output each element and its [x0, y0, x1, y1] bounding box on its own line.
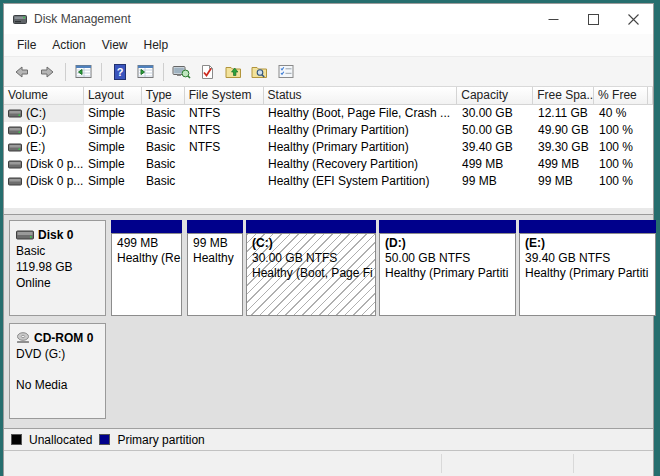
cdrom-name: CD-ROM 0 — [34, 330, 93, 346]
volume-percent-free: 100 % — [595, 156, 649, 173]
volume-status: Healthy (Primary Partition) — [264, 139, 458, 156]
volume-layout: Simple — [84, 173, 142, 190]
rescan-disks-icon[interactable] — [196, 60, 219, 83]
volume-name: (Disk 0 p... — [26, 156, 83, 173]
volume-fs — [185, 173, 264, 190]
partition-status: Healthy (Primary Partiti — [385, 266, 515, 281]
toolbar-separator — [65, 63, 66, 81]
column-header-free-space[interactable]: Free Spa... — [533, 87, 594, 105]
volume-type: Basic — [142, 139, 185, 156]
column-header-status[interactable]: Status — [264, 87, 458, 105]
cdrom-panel[interactable]: CD-ROM 0 DVD (G:) No Media — [9, 323, 106, 419]
disk-management-window: Disk Management File Action View Help — [3, 3, 654, 476]
volume-capacity: 50.00 GB — [458, 122, 534, 139]
drive-icon — [8, 177, 22, 186]
volume-row-c[interactable]: (C:) Simple Basic NTFS Healthy (Boot, Pa… — [4, 105, 653, 122]
column-header-file-system[interactable]: File System — [185, 87, 264, 105]
status-bar — [4, 451, 653, 476]
menu-bar: File Action View Help — [4, 34, 653, 56]
volume-type: Basic — [142, 105, 185, 122]
volume-free: 12.11 GB — [534, 105, 595, 122]
app-icon — [13, 13, 28, 25]
volume-layout: Simple — [84, 105, 142, 122]
volume-name: (C:) — [26, 105, 46, 122]
toolbar-separator — [101, 63, 102, 81]
volume-free: 499 MB — [534, 156, 595, 173]
cdrom-drive: DVD (G:) — [16, 346, 105, 362]
forward-icon[interactable] — [36, 60, 59, 83]
disk0-row: Disk 0 Basic 119.98 GB Online 499 MB Hea… — [4, 220, 653, 316]
column-header-layout[interactable]: Layout — [84, 87, 142, 105]
volume-name: (E:) — [26, 139, 45, 156]
unallocated-swatch — [11, 434, 22, 445]
folder-up-icon[interactable] — [222, 60, 245, 83]
disk0-panel[interactable]: Disk 0 Basic 119.98 GB Online — [9, 220, 106, 316]
volume-capacity: 499 MB — [458, 156, 534, 173]
volume-type: Basic — [142, 173, 185, 190]
column-header-percent-free[interactable]: % Free — [594, 87, 648, 105]
partition-size: 99 MB — [193, 236, 242, 251]
volume-status: Healthy (Primary Partition) — [264, 122, 458, 139]
volume-capacity: 30.00 GB — [458, 105, 534, 122]
volume-fs: NTFS — [185, 105, 264, 122]
partition-recovery[interactable]: 499 MB Healthy (Re — [111, 220, 182, 316]
help-icon[interactable]: ? — [108, 60, 131, 83]
partition-e[interactable]: (E:) 39.40 GB NTFS Healthy (Primary Part… — [519, 220, 656, 316]
partition-status: Healthy — [193, 251, 242, 266]
show-action-pane-icon[interactable] — [134, 60, 157, 83]
volume-percent-free: 100 % — [595, 139, 649, 156]
graphical-view: Disk 0 Basic 119.98 GB Online 499 MB Hea… — [4, 215, 653, 428]
pane-splitter[interactable] — [4, 207, 653, 215]
close-button[interactable] — [613, 4, 653, 34]
volume-layout: Simple — [84, 156, 142, 173]
disk0-size: 119.98 GB — [16, 259, 105, 275]
volume-free: 99 MB — [534, 173, 595, 190]
column-header-capacity[interactable]: Capacity — [457, 87, 533, 105]
partition-type-strip — [111, 220, 182, 233]
show-console-tree-icon[interactable] — [72, 60, 95, 83]
back-icon[interactable] — [10, 60, 33, 83]
volume-capacity: 39.40 GB — [458, 139, 534, 156]
partition-status: Healthy (Re — [117, 251, 181, 266]
column-header-volume[interactable]: Volume — [4, 87, 84, 105]
volume-layout: Simple — [84, 139, 142, 156]
volume-row-recovery[interactable]: (Disk 0 p... Simple Basic Healthy (Recov… — [4, 156, 653, 173]
volume-percent-free: 100 % — [595, 173, 649, 190]
menu-file[interactable]: File — [9, 34, 44, 56]
volume-capacity: 99 MB — [458, 173, 534, 190]
partition-type-strip — [246, 220, 376, 233]
partition-label: (D:) — [385, 236, 515, 251]
partition-type-strip — [187, 220, 243, 233]
partition-status: Healthy (Boot, Page Fi — [252, 266, 375, 281]
partition-type-strip — [519, 220, 656, 233]
disk0-name: Disk 0 — [38, 227, 73, 243]
volume-name: (D:) — [26, 122, 46, 139]
drive-icon — [8, 109, 22, 118]
folder-search-icon[interactable] — [248, 60, 271, 83]
volume-row-efi[interactable]: (Disk 0 p... Simple Basic Healthy (EFI S… — [4, 173, 653, 190]
partition-status: Healthy (Primary Partiti — [525, 266, 655, 281]
refresh-view-icon[interactable] — [170, 60, 193, 83]
minimize-button[interactable] — [533, 4, 573, 34]
partition-size: 30.00 GB NTFS — [252, 251, 375, 266]
volume-row-e[interactable]: (E:) Simple Basic NTFS Healthy (Primary … — [4, 139, 653, 156]
properties-list-icon[interactable] — [274, 60, 297, 83]
cdrom-row: CD-ROM 0 DVD (G:) No Media — [4, 323, 653, 419]
column-header-stub — [648, 87, 653, 105]
drive-icon — [8, 143, 22, 152]
volume-status: Healthy (Recovery Partition) — [264, 156, 458, 173]
menu-help[interactable]: Help — [136, 34, 177, 56]
menu-view[interactable]: View — [94, 34, 136, 56]
partition-c[interactable]: (C:) 30.00 GB NTFS Healthy (Boot, Page F… — [246, 220, 376, 316]
volume-status: Healthy (EFI System Partition) — [264, 173, 458, 190]
partition-label: (C:) — [252, 236, 375, 251]
volume-status: Healthy (Boot, Page File, Crash ... — [264, 105, 458, 122]
toolbar: ? — [4, 56, 653, 87]
maximize-button[interactable] — [573, 4, 613, 34]
column-header-type[interactable]: Type — [142, 87, 185, 105]
partition-d[interactable]: (D:) 50.00 GB NTFS Healthy (Primary Part… — [379, 220, 516, 316]
volume-row-d[interactable]: (D:) Simple Basic NTFS Healthy (Primary … — [4, 122, 653, 139]
partition-type-strip — [379, 220, 516, 233]
menu-action[interactable]: Action — [44, 34, 93, 56]
partition-efi[interactable]: 99 MB Healthy — [187, 220, 243, 316]
